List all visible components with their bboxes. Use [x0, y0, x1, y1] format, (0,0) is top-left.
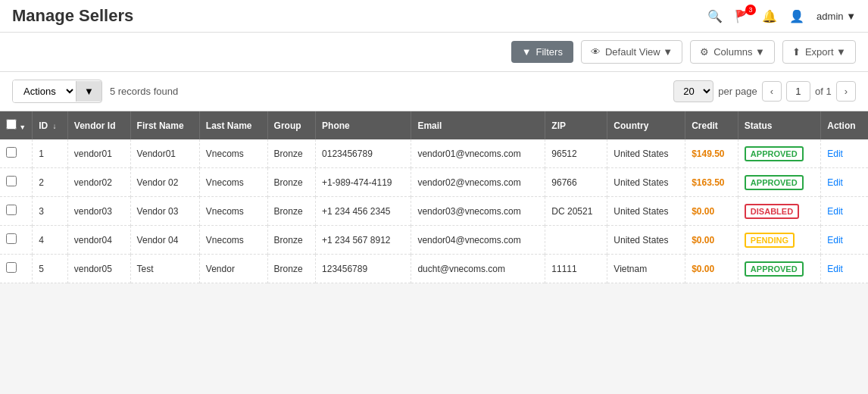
- actions-dropdown-btn[interactable]: ▼: [76, 81, 101, 102]
- th-zip[interactable]: ZIP: [545, 111, 607, 139]
- cell-last-name: Vnecoms: [199, 226, 267, 255]
- admin-label[interactable]: admin ▼: [816, 11, 856, 22]
- filter-button[interactable]: ▼ Filters: [511, 41, 573, 63]
- prev-page-button[interactable]: ‹: [762, 81, 782, 102]
- cell-status: APPROVED: [738, 168, 820, 197]
- columns-label: Columns ▼: [713, 46, 765, 58]
- per-page-select[interactable]: 20: [673, 80, 713, 102]
- page-of: of 1: [815, 86, 832, 97]
- gear-icon: ⚙: [700, 46, 709, 58]
- cell-email: vendor02@vnecoms.com: [411, 168, 545, 197]
- cell-credit: $0.00: [685, 255, 738, 283]
- cell-zip: 96766: [545, 168, 607, 197]
- th-vendor-id[interactable]: Vendor Id: [67, 111, 130, 139]
- cell-zip: DC 20521: [545, 197, 607, 226]
- cell-status: PENDING: [738, 226, 820, 255]
- cell-vendor-id: vendor03: [67, 197, 130, 226]
- cell-country: United States: [607, 197, 685, 226]
- th-first-name[interactable]: First Name: [130, 111, 199, 139]
- cell-country: United States: [607, 139, 685, 168]
- cell-action: Edit: [821, 168, 868, 197]
- table-body: 1 vendor01 Vendor01 Vnecoms Bronze 01234…: [0, 139, 868, 283]
- th-checkbox: ▼: [0, 111, 33, 139]
- th-group[interactable]: Group: [267, 111, 316, 139]
- table-header-row: ▼ ID ↓ Vendor Id First Name Last Name Gr…: [0, 111, 868, 139]
- bell-icon[interactable]: 🔔: [762, 9, 777, 23]
- row-checkbox[interactable]: [6, 147, 17, 158]
- status-badge: APPROVED: [745, 146, 804, 161]
- cell-phone: +1 234 456 2345: [316, 197, 411, 226]
- flag-icon[interactable]: 🚩 3: [735, 9, 750, 23]
- table-row: 5 vendor05 Test Vendor Bronze 123456789 …: [0, 255, 868, 283]
- edit-link[interactable]: Edit: [827, 149, 843, 159]
- cell-last-name: Vnecoms: [199, 168, 267, 197]
- user-icon: 👤: [789, 9, 804, 23]
- th-action: Action: [821, 111, 868, 139]
- cell-country: United States: [607, 226, 685, 255]
- id-sort-icon: ↓: [53, 122, 57, 130]
- filter-icon: ▼: [522, 46, 532, 58]
- export-button[interactable]: ⬆ Export ▼: [782, 40, 856, 64]
- actions-bar: Actions ▼ 5 records found 20 per page ‹ …: [0, 72, 868, 111]
- pagination: 20 per page ‹ 1 of 1 ›: [673, 80, 856, 102]
- cell-first-name: Vendor01: [130, 139, 199, 168]
- cell-credit: $0.00: [685, 197, 738, 226]
- edit-link[interactable]: Edit: [827, 235, 843, 245]
- cell-email: vendor01@vnecoms.com: [411, 139, 545, 168]
- cell-email: vendor04@vnecoms.com: [411, 226, 545, 255]
- th-credit[interactable]: Credit: [685, 111, 738, 139]
- table-row: 2 vendor02 Vendor 02 Vnecoms Bronze +1-9…: [0, 168, 868, 197]
- records-found: 5 records found: [110, 86, 178, 97]
- row-checkbox[interactable]: [6, 233, 17, 244]
- cell-id: 5: [33, 255, 68, 283]
- row-checkbox-cell: [0, 197, 33, 226]
- sellers-table: ▼ ID ↓ Vendor Id First Name Last Name Gr…: [0, 111, 868, 283]
- next-page-button[interactable]: ›: [836, 81, 856, 102]
- edit-link[interactable]: Edit: [827, 177, 843, 188]
- export-label: Export ▼: [805, 46, 846, 58]
- eye-icon: 👁: [591, 46, 601, 58]
- cell-action: Edit: [821, 255, 868, 283]
- search-icon[interactable]: 🔍: [707, 9, 723, 23]
- cell-action: Edit: [821, 139, 868, 168]
- cell-id: 2: [33, 168, 68, 197]
- columns-button[interactable]: ⚙ Columns ▼: [690, 40, 775, 64]
- page-title: Manage Sellers: [12, 6, 133, 26]
- cell-credit: $163.50: [685, 168, 738, 197]
- th-email[interactable]: Email: [411, 111, 545, 139]
- actions-left: Actions ▼ 5 records found: [12, 80, 178, 103]
- actions-dropdown[interactable]: Actions ▼: [12, 80, 102, 103]
- row-checkbox-cell: [0, 226, 33, 255]
- top-right-icons: 🔍 🚩 3 🔔 👤 admin ▼: [707, 9, 856, 23]
- edit-link[interactable]: Edit: [827, 206, 843, 217]
- select-all-checkbox[interactable]: [6, 119, 17, 130]
- cell-id: 1: [33, 139, 68, 168]
- cell-status: APPROVED: [738, 255, 820, 283]
- row-checkbox[interactable]: [6, 176, 17, 186]
- cell-vendor-id: vendor01: [67, 139, 130, 168]
- status-badge: APPROVED: [745, 175, 804, 190]
- cell-id: 3: [33, 197, 68, 226]
- row-checkbox[interactable]: [6, 262, 17, 273]
- row-checkbox-cell: [0, 168, 33, 197]
- th-id[interactable]: ID ↓: [33, 111, 68, 139]
- cell-email: ducht@vnecoms.com: [411, 255, 545, 283]
- th-phone[interactable]: Phone: [316, 111, 411, 139]
- cell-zip: 11111: [545, 255, 607, 283]
- default-view-button[interactable]: 👁 Default View ▼: [581, 40, 682, 64]
- th-status[interactable]: Status: [738, 111, 820, 139]
- table-row: 3 vendor03 Vendor 03 Vnecoms Bronze +1 2…: [0, 197, 868, 226]
- cell-phone: +1 234 567 8912: [316, 226, 411, 255]
- edit-link[interactable]: Edit: [827, 264, 843, 274]
- cell-first-name: Test: [130, 255, 199, 283]
- cell-zip: [545, 226, 607, 255]
- cell-group: Bronze: [267, 197, 316, 226]
- th-last-name[interactable]: Last Name: [199, 111, 267, 139]
- cell-group: Bronze: [267, 168, 316, 197]
- row-checkbox[interactable]: [6, 205, 17, 215]
- cell-zip: 96512: [545, 139, 607, 168]
- cell-action: Edit: [821, 226, 868, 255]
- actions-select[interactable]: Actions: [13, 80, 76, 102]
- cell-country: Vietnam: [607, 255, 685, 283]
- th-country[interactable]: Country: [607, 111, 685, 139]
